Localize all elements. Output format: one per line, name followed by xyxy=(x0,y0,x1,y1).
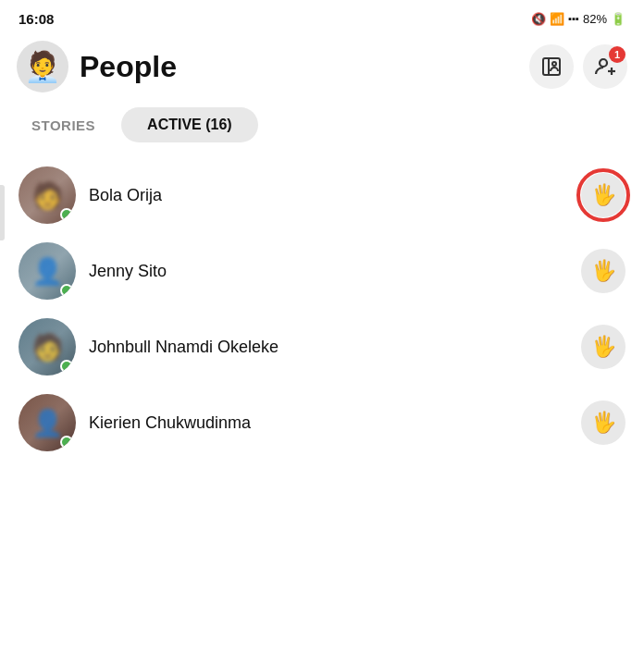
contact-avatar-2[interactable]: 👤 xyxy=(19,242,76,300)
online-indicator-3 xyxy=(60,360,73,373)
contacts-icon xyxy=(540,55,563,78)
header: 🧑‍💼 People 1 xyxy=(0,33,644,104)
contact-list: 🧑 Bola Orija 🖐 👤 Jenny Sito 🖐 🧑 Johnbull… xyxy=(0,157,644,461)
contact-avatar-4[interactable]: 👤 xyxy=(19,394,76,451)
tab-active[interactable]: ACTIVE (16) xyxy=(121,107,258,142)
contact-name-3: Johnbull Nnamdi Okeleke xyxy=(89,338,568,357)
wave-icon-3: 🖐 xyxy=(591,335,616,359)
status-icons: 🔇 📶 ▪▪▪ 82% 🔋 xyxy=(531,12,625,26)
online-indicator-2 xyxy=(60,284,73,297)
contact-item: 👤 Kierien Chukwudinma 🖐 xyxy=(7,385,637,461)
contact-avatar-1[interactable]: 🧑 xyxy=(19,166,76,224)
contact-item: 🧑 Johnbull Nnamdi Okeleke 🖐 xyxy=(7,309,637,385)
battery-text: 82% xyxy=(583,12,607,26)
contact-name-1: Bola Orija xyxy=(89,186,568,205)
battery-icon: 🔋 xyxy=(611,12,625,26)
svg-point-2 xyxy=(552,62,556,66)
wave-button-4[interactable]: 🖐 xyxy=(581,400,625,445)
profile-avatar[interactable]: 🧑‍💼 xyxy=(17,41,68,92)
avatar-figure-4: 👤 xyxy=(31,408,64,438)
mute-icon: 🔇 xyxy=(531,12,546,26)
add-person-button[interactable]: 1 xyxy=(583,44,627,89)
contact-name-2: Jenny Sito xyxy=(89,262,568,281)
svg-point-3 xyxy=(600,59,607,67)
avatar-figure-1: 🧑 xyxy=(31,180,64,211)
wave-button-3[interactable]: 🖐 xyxy=(581,325,625,369)
contacts-button[interactable] xyxy=(529,44,574,89)
wifi-icon: 📶 xyxy=(550,12,564,26)
online-indicator-1 xyxy=(60,208,73,221)
contact-item: 👤 Jenny Sito 🖐 xyxy=(7,233,637,309)
page-title: People xyxy=(80,50,518,84)
header-actions: 1 xyxy=(529,44,627,89)
scroll-indicator xyxy=(0,185,5,240)
wave-icon-1: 🖐 xyxy=(591,183,616,207)
notification-badge: 1 xyxy=(609,46,625,63)
tab-stories[interactable]: STORIES xyxy=(17,108,110,142)
contact-name-4: Kierien Chukwudinma xyxy=(89,413,568,433)
status-bar: 16:08 🔇 📶 ▪▪▪ 82% 🔋 xyxy=(0,0,644,33)
wave-icon-2: 🖐 xyxy=(591,259,616,283)
tab-row: STORIES ACTIVE (16) xyxy=(0,104,644,157)
avatar-figure-3: 🧑 xyxy=(31,332,64,363)
wave-button-1[interactable]: 🖐 xyxy=(581,173,625,217)
wave-icon-4: 🖐 xyxy=(591,411,616,435)
profile-avatar-figure: 🧑‍💼 xyxy=(24,49,61,84)
svg-rect-0 xyxy=(543,58,560,75)
avatar-figure-2: 👤 xyxy=(31,256,64,287)
status-time: 16:08 xyxy=(19,11,54,27)
contact-item: 🧑 Bola Orija 🖐 xyxy=(7,157,637,233)
signal-icon: ▪▪▪ xyxy=(568,13,579,24)
wave-button-2[interactable]: 🖐 xyxy=(581,249,625,293)
online-indicator-4 xyxy=(60,436,73,449)
contact-avatar-3[interactable]: 🧑 xyxy=(19,318,76,376)
